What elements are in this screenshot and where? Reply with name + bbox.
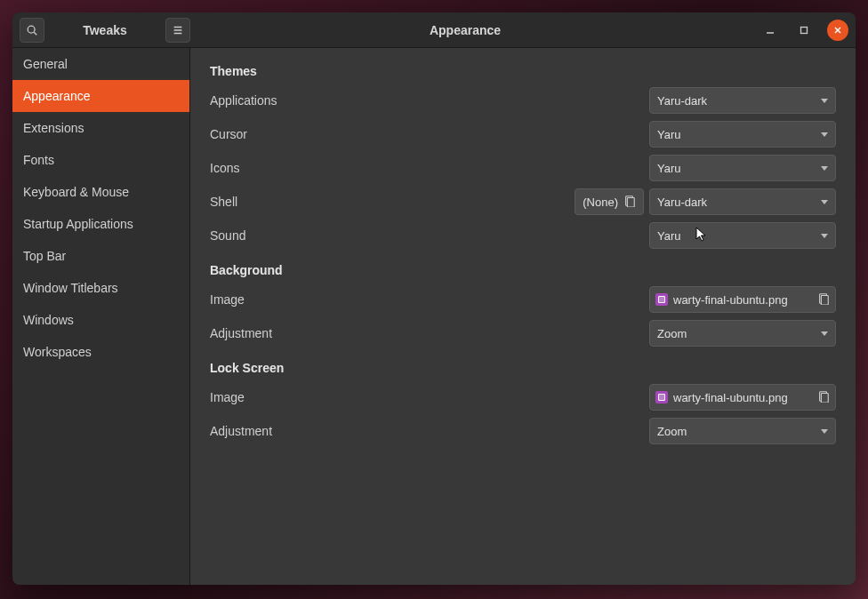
background-section-header: Background [210, 263, 836, 277]
ls-image-filename: warty-final-ubuntu.png [673, 391, 812, 404]
chevron-down-icon [821, 166, 828, 171]
applications-label: Applications [210, 93, 649, 108]
row-cursor: Cursor Yaru [210, 121, 836, 148]
shell-dropdown[interactable]: Yaru-dark [649, 188, 836, 215]
document-icon [623, 195, 636, 210]
sidebar: General Appearance Extensions Fonts Keyb… [12, 48, 190, 585]
image-file-icon [655, 391, 668, 403]
shell-aux-label: (None) [583, 196, 618, 209]
row-bg-adjustment: Adjustment Zoom [210, 320, 836, 347]
sidebar-item-workspaces[interactable]: Workspaces [12, 336, 189, 368]
chevron-down-icon [821, 200, 828, 204]
cursor-label: Cursor [210, 127, 649, 141]
app-title: Tweaks [48, 23, 162, 37]
shell-label: Shell [210, 195, 575, 209]
bg-image-filename: warty-final-ubuntu.png [673, 293, 812, 307]
row-shell: Shell (None) Yaru-dark [210, 188, 836, 215]
cursor-value: Yaru [657, 128, 821, 141]
themes-section-header: Themes [210, 64, 836, 78]
browse-icon [817, 292, 830, 307]
sidebar-item-fonts[interactable]: Fonts [12, 144, 189, 176]
minimize-button[interactable] [760, 20, 781, 41]
bg-adjustment-dropdown[interactable]: Zoom [649, 320, 836, 347]
chevron-down-icon [821, 331, 828, 336]
cursor-dropdown[interactable]: Yaru [649, 121, 836, 148]
sidebar-item-appearance[interactable]: Appearance [12, 80, 189, 112]
row-ls-image: Image warty-final-ubuntu.png [210, 384, 836, 411]
icons-value: Yaru [657, 162, 821, 175]
applications-value: Yaru-dark [657, 94, 821, 108]
shell-value: Yaru-dark [657, 196, 821, 209]
ls-adjustment-value: Zoom [657, 425, 821, 438]
close-button[interactable] [827, 20, 848, 41]
sidebar-item-top-bar[interactable]: Top Bar [12, 240, 189, 272]
svg-line-1 [34, 32, 36, 35]
chevron-down-icon [821, 99, 828, 103]
ls-image-label: Image [210, 390, 649, 404]
chevron-down-icon [821, 132, 828, 137]
ls-image-file-button[interactable]: warty-final-ubuntu.png [649, 384, 836, 411]
search-button[interactable] [20, 18, 44, 43]
row-applications: Applications Yaru-dark [210, 87, 836, 114]
page-title: Appearance [190, 23, 740, 37]
row-sound: Sound Yaru [210, 222, 836, 249]
bg-adjustment-label: Adjustment [210, 326, 649, 340]
sidebar-item-window-titlebars[interactable]: Window Titlebars [12, 272, 189, 304]
bg-image-label: Image [210, 292, 649, 307]
row-icons: Icons Yaru [210, 155, 836, 181]
lockscreen-section-header: Lock Screen [210, 361, 836, 375]
ls-adjustment-label: Adjustment [210, 424, 649, 438]
bg-image-file-button[interactable]: warty-final-ubuntu.png [649, 286, 836, 313]
sound-dropdown[interactable]: Yaru [649, 222, 836, 249]
maximize-button[interactable] [793, 20, 815, 41]
window-controls [760, 20, 848, 41]
browse-icon [817, 390, 830, 405]
svg-rect-10 [627, 197, 634, 207]
menu-button[interactable] [165, 18, 190, 43]
bg-adjustment-value: Zoom [657, 327, 821, 340]
sidebar-item-windows[interactable]: Windows [12, 304, 189, 336]
titlebar: Tweaks Appearance [12, 12, 856, 48]
ls-adjustment-dropdown[interactable]: Zoom [649, 418, 836, 444]
row-ls-adjustment: Adjustment Zoom [210, 418, 836, 444]
shell-none-button[interactable]: (None) [575, 188, 644, 215]
row-bg-image: Image warty-final-ubuntu.png [210, 286, 836, 313]
svg-rect-6 [801, 27, 808, 33]
icons-dropdown[interactable]: Yaru [649, 155, 836, 181]
sidebar-item-general[interactable]: General [12, 48, 189, 80]
applications-dropdown[interactable]: Yaru-dark [649, 87, 836, 114]
main-panel: Themes Applications Yaru-dark Cursor Yar… [190, 48, 856, 585]
icons-label: Icons [210, 161, 649, 175]
content: General Appearance Extensions Fonts Keyb… [12, 48, 856, 585]
tweaks-window: Tweaks Appearance General Appearance Ex [12, 12, 856, 585]
sound-value: Yaru [657, 229, 821, 243]
image-file-icon [655, 293, 668, 306]
sidebar-item-extensions[interactable]: Extensions [12, 112, 189, 144]
chevron-down-icon [821, 429, 828, 434]
svg-rect-14 [821, 393, 828, 403]
sound-label: Sound [210, 228, 649, 243]
sidebar-item-startup-applications[interactable]: Startup Applications [12, 208, 189, 240]
svg-point-0 [28, 26, 35, 33]
chevron-down-icon [821, 234, 828, 238]
svg-rect-12 [821, 295, 828, 305]
titlebar-left: Tweaks [12, 18, 190, 43]
sidebar-item-keyboard-mouse[interactable]: Keyboard & Mouse [12, 176, 189, 208]
